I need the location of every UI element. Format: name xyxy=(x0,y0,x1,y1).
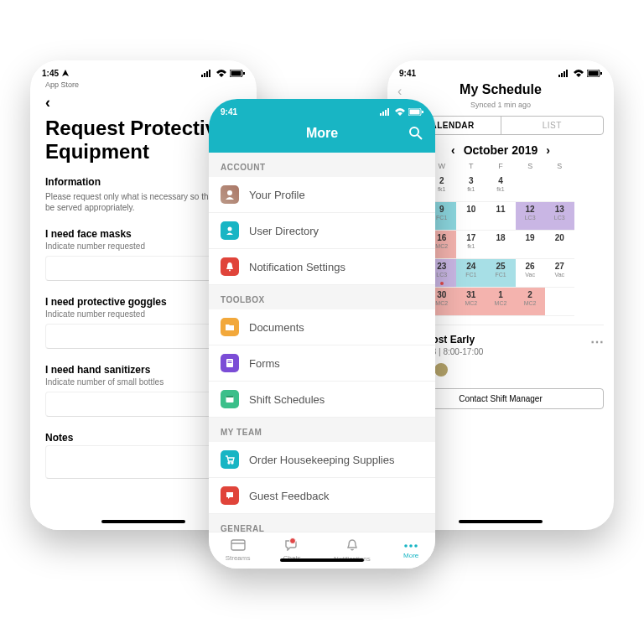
dow-label: T xyxy=(456,162,486,170)
calendar-day[interactable]: 3 fk1 xyxy=(456,174,486,202)
menu-item[interactable]: Documents xyxy=(209,309,435,345)
search-icon[interactable] xyxy=(408,126,423,144)
day-number: 17 xyxy=(466,233,475,242)
status-bar: 9:41 xyxy=(209,99,435,119)
day-shift-label: fk1 xyxy=(467,243,475,249)
home-indicator[interactable] xyxy=(459,520,543,523)
day-number: 27 xyxy=(555,262,564,271)
day-shift-label: LC3 xyxy=(554,215,565,221)
calendar-green-icon xyxy=(221,390,239,408)
day-shift-label: MC2 xyxy=(465,300,477,306)
header: More xyxy=(209,119,435,153)
calendar-day[interactable]: 2 MC2 xyxy=(516,288,545,316)
svg-rect-15 xyxy=(382,112,384,116)
battery-icon xyxy=(587,70,602,77)
day-number: 13 xyxy=(555,205,564,214)
back-button[interactable]: ‹ xyxy=(45,94,242,112)
tab-streams[interactable]: Streams xyxy=(226,539,251,562)
day-number: 12 xyxy=(526,205,535,214)
appstore-backlink[interactable]: App Store xyxy=(30,80,257,89)
svg-point-25 xyxy=(229,270,231,272)
day-shift-label: fk1 xyxy=(496,186,504,192)
day-shift-label: fk1 xyxy=(438,186,445,192)
calendar-day[interactable]: 1 MC2 xyxy=(486,288,515,316)
tab-list[interactable]: LIST xyxy=(501,117,604,134)
day-number: 1 xyxy=(498,290,503,299)
svg-rect-30 xyxy=(226,396,234,397)
menu-item[interactable]: Shift Schedules xyxy=(209,382,435,418)
svg-point-39 xyxy=(409,544,413,548)
svg-rect-28 xyxy=(228,362,232,363)
calendar-day[interactable]: 26 Vac xyxy=(516,259,545,288)
menu-item-label: Guest Feedback xyxy=(249,490,329,502)
menu-list: ACCOUNT Your Profile User Directory Noti… xyxy=(209,153,435,532)
svg-rect-10 xyxy=(566,70,568,77)
tab-label: Streams xyxy=(226,554,251,562)
chat-red-icon xyxy=(221,486,239,505)
menu-item[interactable]: Order Housekeeping Supplies xyxy=(209,442,435,478)
svg-rect-7 xyxy=(558,75,560,77)
svg-rect-27 xyxy=(228,361,232,361)
status-bar: 1:45 xyxy=(30,60,257,80)
day-number: 10 xyxy=(466,205,475,214)
tab-icon xyxy=(345,538,359,553)
calendar-day[interactable]: 19 xyxy=(516,231,545,259)
menu-item[interactable]: Your Profile xyxy=(209,177,435,213)
calendar-day[interactable]: 27 Vac xyxy=(545,259,574,288)
cart-teal-icon xyxy=(221,450,239,469)
dot-icon xyxy=(440,282,444,285)
bell-red-icon xyxy=(221,257,239,276)
menu-item[interactable]: User Directory xyxy=(209,213,435,249)
home-indicator[interactable] xyxy=(101,520,185,523)
day-number: 9 xyxy=(439,205,444,214)
signal-icon xyxy=(201,70,213,77)
calendar-day[interactable] xyxy=(545,288,574,316)
tab-icon xyxy=(403,543,418,550)
calendar-day[interactable]: 12 LC3 xyxy=(516,202,545,231)
wifi-icon xyxy=(395,108,405,116)
calendar-day[interactable]: 13 LC3 xyxy=(545,202,574,231)
menu-item-label: Shift Schedules xyxy=(249,393,325,406)
day-shift-label: LC3 xyxy=(525,215,536,221)
menu-item-label: Forms xyxy=(249,357,280,370)
calendar-day[interactable] xyxy=(516,174,545,202)
svg-rect-1 xyxy=(204,73,205,77)
clock-text: 9:41 xyxy=(399,69,416,78)
header-title: More xyxy=(306,126,338,140)
calendar-day[interactable]: 31 MC2 xyxy=(456,288,486,316)
day-shift-label: Vac xyxy=(525,272,535,278)
home-indicator[interactable] xyxy=(280,558,364,562)
dow-label: S xyxy=(545,162,574,170)
menu-item[interactable]: Forms xyxy=(209,345,435,382)
svg-rect-14 xyxy=(380,113,382,116)
group-header: TOOLBOX xyxy=(209,285,435,309)
calendar-day[interactable]: 24 FC1 xyxy=(456,259,486,288)
menu-item[interactable]: Guest Feedback xyxy=(209,478,435,514)
back-button[interactable]: ‹ xyxy=(397,84,402,99)
calendar-day[interactable]: 18 xyxy=(486,231,515,259)
calendar-day[interactable]: 11 xyxy=(486,202,515,231)
calendar-day[interactable] xyxy=(545,174,574,202)
svg-rect-12 xyxy=(589,70,599,75)
badge-icon xyxy=(289,538,296,544)
calendar-day[interactable]: 10 xyxy=(456,202,486,231)
form-purp-icon xyxy=(221,354,239,372)
calendar-day[interactable]: 25 FC1 xyxy=(486,259,515,288)
calendar-day[interactable]: 20 xyxy=(545,231,574,259)
day-number: 3 xyxy=(469,176,474,185)
svg-rect-5 xyxy=(231,70,242,75)
calendar-day[interactable]: 4 fk1 xyxy=(486,174,515,202)
wifi-icon xyxy=(574,70,584,77)
svg-rect-8 xyxy=(561,73,563,77)
next-month[interactable]: › xyxy=(546,143,550,157)
menu-item[interactable]: Notification Settings xyxy=(209,249,435,285)
page-title: My Schedule xyxy=(397,82,604,97)
day-number: 19 xyxy=(526,233,535,242)
more-icon[interactable]: ⋯ xyxy=(590,334,604,378)
calendar-day[interactable]: 17 fk1 xyxy=(456,231,486,259)
prev-month[interactable]: ‹ xyxy=(451,143,455,157)
tab-more[interactable]: More xyxy=(403,543,418,559)
day-number: 24 xyxy=(466,262,475,271)
day-number: 2 xyxy=(527,290,532,299)
svg-point-24 xyxy=(228,227,232,231)
